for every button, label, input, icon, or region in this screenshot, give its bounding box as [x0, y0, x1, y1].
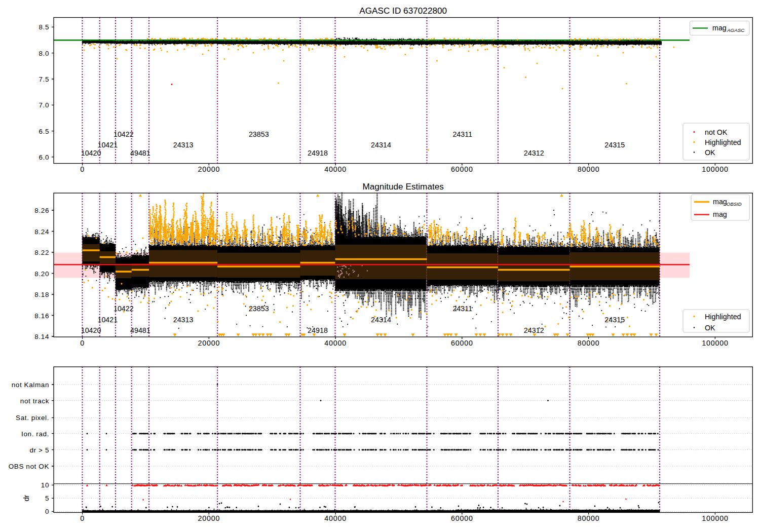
svg-text:mag: mag	[713, 210, 727, 218]
svg-text:24312: 24312	[524, 149, 544, 157]
svg-text:Ion. rad.: Ion. rad.	[21, 430, 49, 438]
svg-text:100000: 100000	[702, 339, 729, 347]
svg-text:10: 10	[41, 481, 49, 489]
svg-text:100000: 100000	[702, 514, 729, 522]
svg-text:10422: 10422	[113, 130, 134, 138]
svg-text:40000: 40000	[324, 339, 347, 347]
svg-text:Sat. pixel.: Sat. pixel.	[16, 414, 49, 422]
svg-text:0: 0	[80, 339, 85, 347]
svg-text:10421: 10421	[97, 141, 118, 149]
svg-text:20000: 20000	[198, 514, 220, 522]
svg-text:10420: 10420	[81, 149, 101, 157]
svg-text:6.0: 6.0	[39, 154, 49, 161]
svg-text:8.0: 8.0	[39, 50, 49, 57]
svg-text:dr: dr	[22, 495, 30, 501]
svg-text:23853: 23853	[249, 305, 269, 313]
svg-text:100000: 100000	[702, 165, 729, 173]
svg-text:Magnitude Estimates: Magnitude Estimates	[362, 181, 444, 192]
svg-text:80000: 80000	[578, 165, 600, 173]
svg-text:80000: 80000	[578, 514, 600, 522]
svg-text:8.26: 8.26	[34, 207, 49, 214]
svg-text:not track: not track	[20, 397, 49, 405]
svg-text:49481: 49481	[130, 149, 150, 157]
svg-text:mag: mag	[713, 198, 727, 206]
svg-text:24313: 24313	[173, 316, 194, 324]
svg-text:OBSID: OBSID	[727, 201, 742, 207]
svg-text:60000: 60000	[451, 165, 473, 173]
svg-text:40000: 40000	[324, 165, 347, 173]
svg-text:5: 5	[45, 495, 49, 502]
svg-text:8.22: 8.22	[34, 249, 49, 256]
svg-text:80000: 80000	[578, 339, 600, 347]
svg-text:24312: 24312	[524, 326, 544, 334]
svg-text:8.5: 8.5	[39, 23, 49, 31]
svg-text:7.0: 7.0	[39, 101, 49, 109]
svg-text:OBS not OK: OBS not OK	[9, 463, 49, 470]
svg-text:8.20: 8.20	[34, 270, 49, 278]
svg-text:Highlighted: Highlighted	[705, 138, 741, 146]
svg-text:60000: 60000	[451, 339, 473, 347]
svg-text:24315: 24315	[604, 141, 625, 149]
svg-text:24918: 24918	[308, 326, 328, 334]
svg-text:AGASC: AGASC	[727, 27, 745, 33]
svg-text:0: 0	[45, 508, 49, 515]
svg-text:8.16: 8.16	[34, 312, 49, 320]
svg-text:24918: 24918	[308, 149, 328, 157]
svg-text:not OK: not OK	[705, 128, 728, 136]
svg-text:10422: 10422	[113, 305, 134, 313]
svg-text:0: 0	[80, 165, 85, 173]
svg-text:10420: 10420	[81, 326, 101, 334]
svg-text:24314: 24314	[371, 141, 391, 149]
svg-text:24314: 24314	[371, 316, 391, 324]
svg-text:OK: OK	[705, 148, 715, 157]
svg-text:10421: 10421	[97, 316, 118, 324]
svg-text:20000: 20000	[198, 339, 220, 347]
svg-text:40000: 40000	[324, 514, 347, 522]
svg-text:6.5: 6.5	[39, 128, 49, 135]
svg-text:23853: 23853	[249, 130, 269, 138]
svg-text:8.14: 8.14	[34, 333, 49, 340]
svg-text:8.24: 8.24	[34, 228, 49, 236]
svg-text:Highlighted: Highlighted	[705, 313, 741, 321]
svg-text:mag: mag	[712, 24, 727, 32]
svg-text:20000: 20000	[198, 165, 220, 173]
svg-text:24311: 24311	[452, 305, 472, 313]
svg-text:7.5: 7.5	[39, 75, 49, 83]
svg-text:AGASC ID 637022800: AGASC ID 637022800	[359, 6, 447, 16]
svg-text:24313: 24313	[173, 141, 194, 149]
svg-text:not Kalman: not Kalman	[12, 381, 49, 389]
svg-text:24311: 24311	[452, 130, 472, 138]
svg-text:8.18: 8.18	[34, 291, 49, 298]
svg-text:dr > 5: dr > 5	[30, 446, 50, 454]
svg-text:60000: 60000	[451, 514, 473, 522]
svg-text:OK: OK	[705, 324, 715, 332]
svg-text:24315: 24315	[604, 316, 625, 324]
svg-text:0: 0	[80, 514, 85, 522]
svg-text:49481: 49481	[130, 326, 150, 334]
